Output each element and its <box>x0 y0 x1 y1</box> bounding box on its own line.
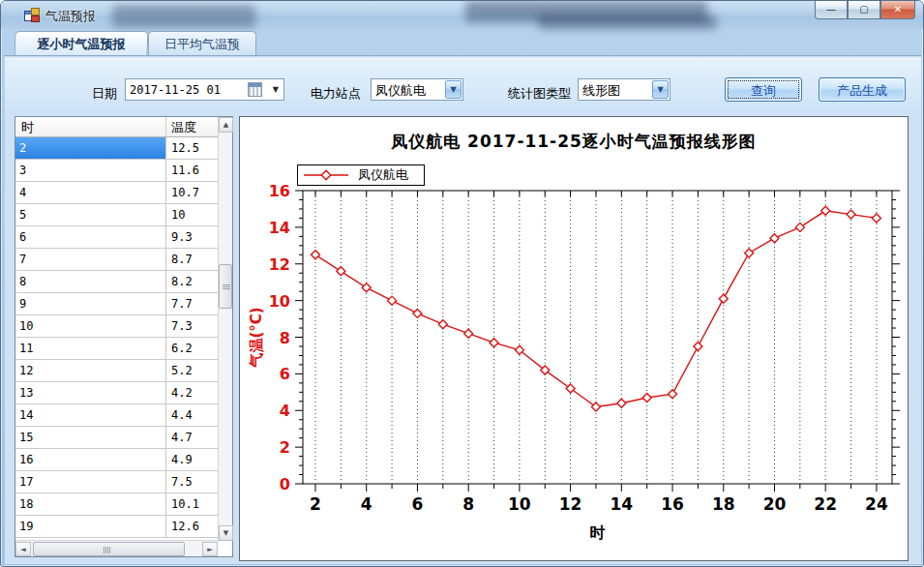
svg-text:4: 4 <box>280 402 290 420</box>
cell-temperature[interactable]: 6.2 <box>166 338 218 359</box>
table-row[interactable]: 510 <box>15 204 218 226</box>
cell-temperature[interactable]: 4.4 <box>166 404 218 426</box>
cell-hour[interactable]: 15 <box>15 427 166 448</box>
table-row[interactable]: 410.7 <box>15 182 218 204</box>
table-vertical-scrollbar[interactable]: ▲ ▼ <box>218 117 232 541</box>
vertical-scrollbar-thumb[interactable] <box>219 264 232 309</box>
cell-temperature[interactable]: 10.1 <box>166 493 218 515</box>
scroll-up-icon[interactable]: ▲ <box>219 117 233 133</box>
cell-hour[interactable]: 17 <box>15 471 166 492</box>
svg-text:16: 16 <box>269 182 290 200</box>
cell-temperature[interactable]: 8.7 <box>166 249 218 270</box>
cell-hour[interactable]: 6 <box>15 226 166 248</box>
svg-text:8: 8 <box>280 329 290 347</box>
cell-temperature[interactable]: 9.3 <box>166 226 218 248</box>
title-bar[interactable]: 气温预报 — ▢ ✕ <box>1 1 923 29</box>
table-row[interactable]: 134.2 <box>15 382 218 404</box>
cell-hour[interactable]: 9 <box>15 293 166 314</box>
table-row[interactable]: 116.2 <box>15 338 218 360</box>
column-header-temperature[interactable]: 温度 <box>166 117 218 136</box>
cell-temperature[interactable]: 4.2 <box>166 382 218 403</box>
temperature-table-panel: 时 温度 212.5311.6410.751069.378.788.297.71… <box>15 116 233 557</box>
cell-hour[interactable]: 16 <box>15 449 166 470</box>
cell-hour[interactable]: 7 <box>15 249 166 270</box>
tab-daily-average-forecast[interactable]: 日平均气温预报 <box>148 31 256 55</box>
background-window-blur <box>538 15 717 30</box>
svg-text:6: 6 <box>412 494 424 514</box>
background-window-blur <box>465 1 707 22</box>
cell-hour[interactable]: 19 <box>15 516 166 537</box>
cell-temperature[interactable]: 11.6 <box>166 160 218 181</box>
cell-temperature[interactable]: 12.5 <box>166 137 218 159</box>
table-row[interactable]: 144.4 <box>15 404 218 427</box>
scroll-right-icon[interactable]: ► <box>202 542 218 556</box>
cell-temperature[interactable]: 10.7 <box>166 182 218 203</box>
cell-temperature[interactable]: 8.2 <box>166 271 218 292</box>
cell-hour[interactable]: 12 <box>15 360 166 381</box>
station-label: 电力站点 <box>311 85 361 103</box>
cell-temperature[interactable]: 5.2 <box>166 360 218 381</box>
date-picker[interactable]: 2017-11-25 01 ▼ <box>125 78 284 101</box>
svg-text:0: 0 <box>280 475 290 493</box>
table-row[interactable]: 177.5 <box>15 471 218 493</box>
cell-hour[interactable]: 3 <box>15 160 166 181</box>
cell-hour[interactable]: 11 <box>15 338 166 359</box>
scroll-down-icon[interactable]: ▼ <box>219 525 233 541</box>
svg-text:2: 2 <box>280 438 290 457</box>
table-row[interactable]: 1810.1 <box>15 493 218 516</box>
chart-type-value: 线形图 <box>582 82 620 100</box>
svg-text:气温(°C): 气温(°C) <box>248 307 265 368</box>
table-row[interactable]: 88.2 <box>15 271 218 293</box>
table-row[interactable]: 125.2 <box>15 360 218 382</box>
svg-text:10: 10 <box>269 292 290 311</box>
table-row[interactable]: 78.7 <box>15 249 218 271</box>
close-button[interactable]: ✕ <box>880 1 915 19</box>
table-row[interactable]: 97.7 <box>15 293 218 315</box>
cell-hour[interactable]: 10 <box>15 315 166 337</box>
table-row[interactable]: 69.3 <box>15 226 218 249</box>
date-value: 2017-11-25 01 <box>130 83 221 97</box>
generate-product-button[interactable]: 产品生成 <box>819 77 906 102</box>
table-horizontal-scrollbar[interactable]: ◄ ► <box>15 540 218 556</box>
query-button[interactable]: 查询 <box>725 77 802 102</box>
minimize-button[interactable]: — <box>815 1 848 19</box>
table-row[interactable]: 212.5 <box>15 137 218 160</box>
table-row[interactable]: 154.7 <box>15 427 218 449</box>
cell-temperature[interactable]: 7.5 <box>166 471 218 492</box>
cell-temperature[interactable]: 7.7 <box>166 293 218 314</box>
cell-hour[interactable]: 13 <box>15 382 166 403</box>
horizontal-scrollbar-thumb[interactable] <box>33 542 185 556</box>
chart-type-dropdown-arrow-icon[interactable]: ▼ <box>652 80 669 99</box>
station-select[interactable]: 凤仪航电 ▼ <box>371 78 463 101</box>
column-header-hour[interactable]: 时 <box>15 117 166 136</box>
table-row[interactable]: 164.9 <box>15 449 218 471</box>
cell-temperature[interactable]: 4.9 <box>166 449 218 470</box>
date-dropdown-arrow-icon[interactable]: ▼ <box>273 85 279 94</box>
cell-hour[interactable]: 4 <box>15 182 166 203</box>
table-row[interactable]: 1912.6 <box>15 516 218 538</box>
cell-temperature[interactable]: 7.3 <box>166 315 218 337</box>
station-dropdown-arrow-icon[interactable]: ▼ <box>445 80 462 99</box>
maximize-button[interactable]: ▢ <box>848 1 880 19</box>
window-title: 气温预报 <box>45 8 96 25</box>
cell-hour[interactable]: 14 <box>15 404 166 426</box>
svg-text:16: 16 <box>661 494 684 514</box>
calendar-icon[interactable] <box>248 82 262 97</box>
svg-text:8: 8 <box>462 494 474 514</box>
cell-hour[interactable]: 8 <box>15 271 166 292</box>
date-label: 日期 <box>92 85 117 103</box>
cell-hour[interactable]: 5 <box>15 204 166 225</box>
table-row[interactable]: 311.6 <box>15 160 218 182</box>
table-row[interactable]: 107.3 <box>15 315 218 338</box>
chart-type-select[interactable]: 线形图 ▼ <box>578 78 671 101</box>
chart-type-label: 统计图类型 <box>508 85 571 103</box>
scroll-left-icon[interactable]: ◄ <box>15 542 31 556</box>
cell-hour[interactable]: 18 <box>15 493 166 515</box>
cell-temperature[interactable]: 10 <box>166 204 218 225</box>
svg-text:2: 2 <box>310 494 321 514</box>
cell-temperature[interactable]: 12.6 <box>166 516 218 537</box>
cell-temperature[interactable]: 4.7 <box>166 427 218 448</box>
tab-hourly-forecast[interactable]: 逐小时气温预报 <box>15 31 149 55</box>
cell-hour[interactable]: 2 <box>15 137 166 159</box>
tab-page: 日期 2017-11-25 01 ▼ 电力站点 凤仪航电 ▼ 统计图类型 线形图… <box>5 55 921 564</box>
